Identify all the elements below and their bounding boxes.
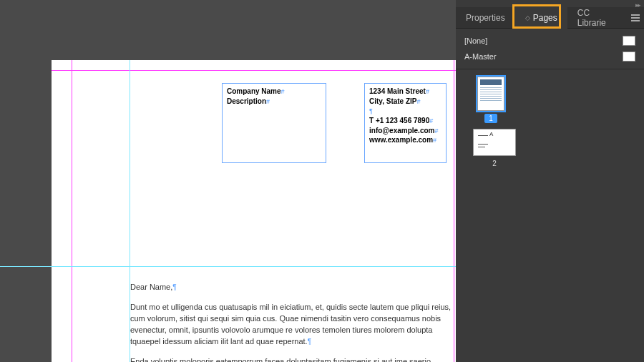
- updown-icon: ◇: [525, 14, 530, 21]
- body-paragraph: Enda voluptis moloporis eatemporrum face…: [130, 357, 447, 362]
- page-thumb-2[interactable]: A 2: [466, 129, 523, 168]
- greeting: Dear Name,: [130, 283, 172, 291]
- page-thumbnails: A 1 A 2: [456, 69, 644, 181]
- company-name: Company Name: [227, 87, 281, 95]
- expand-panel-icon[interactable]: ▸▸: [635, 1, 640, 9]
- tab-properties[interactable]: Properties: [456, 7, 515, 29]
- masters-section: [None] A-Master: [456, 29, 644, 69]
- hidden-char-icon: ¶: [369, 107, 373, 114]
- hidden-char-icon: #: [433, 137, 436, 144]
- hidden-char-icon: #: [281, 88, 285, 95]
- text-frame-address[interactable]: 1234 Main Street# City, State ZIP# ¶ T +…: [364, 83, 447, 163]
- tab-pages[interactable]: ◇ Pages: [515, 7, 567, 29]
- thumbnail: A: [473, 129, 516, 156]
- hidden-char-icon: #: [417, 98, 421, 105]
- body-paragraph: Dunt mo et ulligenda cus quatusapis mil …: [130, 303, 451, 346]
- company-description: Description: [227, 97, 266, 105]
- master-none[interactable]: [None]: [456, 33, 644, 49]
- hidden-char-icon: #: [429, 117, 433, 124]
- page-number: 1: [484, 114, 497, 123]
- address-line: City, State ZIP: [369, 97, 417, 105]
- margin-guide-right: [454, 60, 454, 362]
- page[interactable]: Company Name# Description# 1234 Main Str…: [52, 60, 456, 362]
- hidden-char-icon: #: [266, 98, 270, 105]
- body-text-frame[interactable]: Dear Name,¶ Dunt mo et ulligenda cus qua…: [130, 282, 454, 362]
- pilcrow-icon: ¶: [172, 283, 176, 291]
- website-line: www.example.com: [369, 136, 433, 144]
- master-thumbnail: [623, 52, 635, 62]
- page-thumb-1[interactable]: A 1: [466, 77, 516, 123]
- hidden-char-icon: #: [426, 88, 429, 95]
- tab-cc-libraries[interactable]: CC Librarie: [567, 7, 627, 29]
- master-a[interactable]: A-Master: [456, 49, 644, 64]
- baseline-guide: [52, 266, 456, 267]
- margin-guide-left: [72, 60, 72, 362]
- hidden-char-icon: #: [434, 127, 438, 134]
- page-number: 2: [488, 159, 501, 168]
- address-line: 1234 Main Street: [369, 87, 426, 95]
- thumbnail: A: [477, 77, 504, 111]
- master-badge: A: [489, 131, 493, 137]
- text-frame-company[interactable]: Company Name# Description#: [222, 83, 326, 163]
- email-line: info@example.com: [369, 127, 434, 134]
- panel-tabs: Properties ◇ Pages CC Librarie: [456, 7, 644, 29]
- phone-line: T +1 123 456 7890: [369, 117, 429, 124]
- margin-guide-top: [52, 70, 456, 71]
- panel-menu-icon[interactable]: [627, 7, 644, 29]
- master-thumbnail: [623, 36, 635, 46]
- document-canvas[interactable]: Company Name# Description# 1234 Main Str…: [0, 0, 456, 362]
- pages-panel: ▸▸ Properties ◇ Pages CC Librarie [None]…: [456, 0, 644, 362]
- pilcrow-icon: ¶: [308, 338, 311, 346]
